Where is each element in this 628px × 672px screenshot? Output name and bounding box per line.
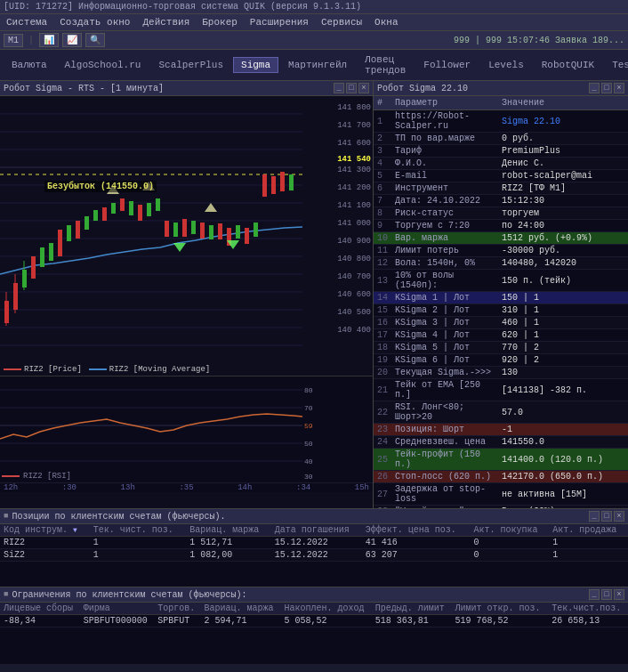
pos-code: RIZ2 [0,537,90,549]
positions-maximize-btn[interactable]: □ [601,511,612,522]
pos-col-sell: Акт. продажа [549,524,628,537]
limits-title-text: Ограничения по клиентским счетам (фьючер… [12,590,246,600]
toolbar-sep: | [28,36,34,45]
toolbar-icon-2[interactable]: 📈 [62,33,82,47]
tab-levels[interactable]: Levels [480,57,532,73]
table-row-num: 27 [374,483,391,506]
table-row: 25 Тейк-профит (150 п.) 141400.0 (120.0 … [374,449,628,471]
tab-scalperplus[interactable]: ScalperPlus [150,57,231,73]
svg-rect-34 [147,203,151,216]
data-panel-close-btn[interactable]: × [614,83,624,93]
table-row-param: Инструмент [391,182,498,195]
data-panel-maximize-btn[interactable]: □ [601,83,612,93]
limits-maximize-btn[interactable]: □ [601,589,612,600]
table-row-num: 14 [374,292,391,304]
svg-rect-27 [85,216,89,230]
price-label-6: 141 100 [337,201,371,210]
table-row-param: Позиция: Шорт [391,424,498,436]
chart-container[interactable]: 141 800 141 700 141 600 141 540 141 300 … [0,96,373,508]
table-row-num: 16 [374,317,391,329]
svg-rect-45 [245,228,249,244]
rsi-chart-svg: 80 70 59 50 40 30 [0,376,329,482]
toolbar-icon-1[interactable]: 📊 [39,33,59,47]
tab-sigma[interactable]: Sigma [233,57,278,73]
table-row-value: 142170.0 (650.0 п.) [498,471,628,483]
panel-controls: _ □ × [334,83,369,93]
table-row-param: RSI. Лонг<80; Шорт>20 [391,401,498,424]
menu-extensions[interactable]: Расширения [247,16,311,28]
table-row-param: Тариф [391,145,498,158]
toolbar-icon-3[interactable]: 🔍 [85,33,105,47]
table-row-num: 18 [374,342,391,354]
panel-close-btn[interactable]: × [358,83,369,93]
table-row: 5 E-mail robot-scalper@mai [374,170,628,182]
menu-actions[interactable]: Действия [140,16,192,28]
table-row-param: KSigma 1 | Лот [391,292,498,304]
table-row-num: 11 [374,245,391,257]
data-panel-minimize-btn[interactable]: _ [589,83,600,93]
tabs-bar: Валюта AlgoSchool.ru ScalperPlus Sigma М… [0,50,628,81]
price-label-12: 140 500 [337,308,371,317]
pos-date: 15.12.2022 [271,549,362,562]
table-row-param: https://Robot-Scalper.ru [391,110,498,133]
price-chart-svg [0,96,329,363]
pos-col-buy: Акт. покупка [471,524,550,537]
limits-close-btn[interactable]: × [614,589,624,600]
price-label-2: 141 700 [337,121,371,130]
svg-text:30: 30 [304,473,313,481]
svg-text:80: 80 [304,386,313,394]
lim-col-firm: Фирма [80,603,155,615]
tab-algoschool[interactable]: AlgoSchool.ru [57,57,149,73]
col-param-header: Параметр [391,96,498,110]
svg-text:50: 50 [304,440,313,448]
svg-rect-26 [76,221,80,239]
table-row: 17 KSigma 4 | Лот 620 | 1 [374,329,628,342]
lim-income: 5 058,52 [280,615,371,627]
toolbar-m1-btn[interactable]: M1 [4,34,23,47]
svg-text:40: 40 [304,457,313,466]
tab-martingeil[interactable]: Мартингейл [280,57,355,73]
table-row-num: 6 [374,182,391,195]
tab-follower[interactable]: Follower [415,57,479,73]
menu-broker[interactable]: Брокер [199,16,240,28]
tab-robotquik[interactable]: RobotQUIK [534,57,602,73]
positions-table-row: RIZ2 1 1 512,71 15.12.2022 41 416 0 1 [0,537,628,549]
table-row: 7 Дата: 24.10.2022 15:12:30 [374,195,628,207]
table-row-num: 13 [374,270,391,292]
svg-rect-32 [129,201,133,215]
table-row: 14 KSigma 1 | Лот 150 | 1 [374,292,628,304]
tab-lovets[interactable]: Ловец трендов [357,52,414,78]
title-bar: [UID: 171272] Информационно-торговая сис… [0,0,628,14]
menu-services[interactable]: Сервисы [318,16,365,28]
menu-create-window[interactable]: Создать окно [57,16,133,28]
svg-rect-46 [254,223,258,237]
positions-minimize-btn[interactable]: _ [589,511,600,522]
positions-close-btn[interactable]: × [614,511,624,522]
table-row-num: 17 [374,329,391,342]
lim-prev: 518 363,81 [372,615,452,627]
menu-sistema[interactable]: Система [4,16,50,28]
tab-test[interactable]: Test [604,57,628,73]
table-row-param: E-mail [391,170,498,182]
tab-valuta[interactable]: Валюта [4,57,55,73]
table-row-value: торгуем [498,207,628,220]
svg-rect-49 [280,172,285,191]
table-row-value: 310 | 1 [498,304,628,317]
pos-col-code: Код инструм. ▼ [0,524,90,537]
menu-windows[interactable]: Окна [372,16,400,28]
positions-panel-title: ■ Позиции по клиентским счетам (фьючерсы… [0,509,628,524]
table-row-value: 130 [498,367,628,379]
panel-minimize-btn[interactable]: _ [334,83,344,93]
data-panel-title-bar: Робот Sigma 22.10 _ □ × [374,81,628,96]
table-row-param: Дата: 24.10.2022 [391,195,498,207]
svg-rect-47 [262,174,267,197]
time-12h: 12h [4,483,18,492]
table-row-param: Стоп-лосс (620 п.) [391,471,498,483]
price-label-13: 140 400 [337,326,371,335]
svg-rect-38 [182,219,187,237]
table-row: 27 Задержка от stop-loss не активна [15М… [374,483,628,506]
panel-maximize-btn[interactable]: □ [346,83,357,93]
table-row-num: 5 [374,170,391,182]
table-row: 15 KSigma 2 | Лот 310 | 1 [374,304,628,317]
limits-minimize-btn[interactable]: _ [589,589,600,600]
